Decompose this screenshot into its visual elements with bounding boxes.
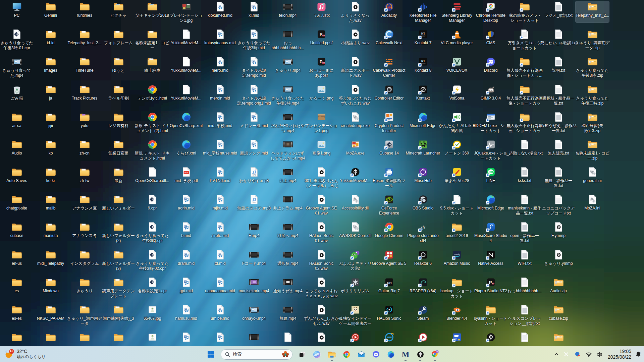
svg-text:9+: 9+ <box>10 350 13 353</box>
svg-text:z: z <box>640 352 641 354</box>
